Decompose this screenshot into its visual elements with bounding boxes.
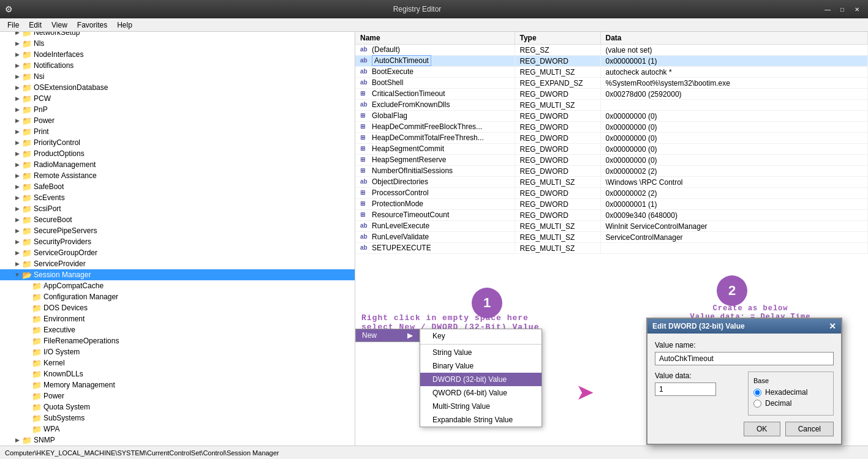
menu-file[interactable]: File <box>2 20 24 31</box>
table-row[interactable]: abObjectDirectoriesREG_MULTI_SZ\Windows … <box>355 177 868 188</box>
ctx-key[interactable]: Key <box>420 329 542 343</box>
sidebar-item[interactable]: ▶📁Notifications <box>0 60 355 71</box>
table-row[interactable]: ⊞HeapDeCommitTotalFreeThresh...REG_DWORD… <box>355 133 868 144</box>
value-name-input[interactable] <box>655 352 834 365</box>
table-row[interactable]: abBootShellREG_EXPAND_SZ%SystemRoot%\sys… <box>355 78 868 89</box>
sidebar-item[interactable]: 📁Environment <box>0 313 355 324</box>
sidebar-item[interactable]: ▶📁RadioManagement <box>0 159 355 170</box>
sidebar-item[interactable]: ▶📁Power <box>0 115 355 126</box>
table-row[interactable]: abRunLevelExecuteREG_MULTI_SZWinInit Ser… <box>355 221 868 232</box>
sidebar-item[interactable]: ▶📁NodeInterfaces <box>0 49 355 60</box>
tree-expander[interactable]: ▶ <box>12 95 22 102</box>
dec-radio[interactable] <box>753 400 761 408</box>
sidebar-item[interactable]: ▶📁SecurityProviders <box>0 236 355 247</box>
sidebar-item[interactable]: 📁Executive <box>0 324 355 335</box>
tree-expander[interactable]: ▶ <box>12 228 22 234</box>
table-row[interactable]: ⊞ResourceTimeoutCountREG_DWORD0x0009e340… <box>355 210 868 221</box>
sidebar-item[interactable]: 📁KnownDLLs <box>0 368 355 379</box>
sidebar-item[interactable]: ▶📁OSExtensionDatabase <box>0 82 355 93</box>
ctx-binary-value[interactable]: Binary Value <box>420 359 542 373</box>
tree-expander[interactable]: ▶ <box>12 206 22 212</box>
menu-view[interactable]: View <box>47 20 72 31</box>
table-row[interactable]: ⊞ProtectionModeREG_DWORD0x00000001 (1) <box>355 199 868 210</box>
table-row[interactable]: abBootExecuteREG_MULTI_SZautocheck autoc… <box>355 67 868 78</box>
sidebar-item[interactable]: ▼📂Session Manager <box>0 269 355 280</box>
tree-expander[interactable]: ▼ <box>12 272 22 278</box>
tree-expander[interactable]: ▶ <box>12 173 22 179</box>
tree-expander[interactable]: ▶ <box>12 195 22 201</box>
dec-radio-item[interactable]: Decimal <box>753 399 828 408</box>
tree-expander[interactable]: ▶ <box>12 239 22 245</box>
cancel-button[interactable]: Cancel <box>785 422 834 436</box>
tree-expander[interactable]: ▶ <box>12 40 22 47</box>
table-row[interactable]: abSETUPEXECUTEREG_MULTI_SZ <box>355 243 868 254</box>
table-row[interactable]: ⊞ProcessorControlREG_DWORD0x00000002 (2) <box>355 188 868 199</box>
dialog-close-button[interactable]: ✕ <box>829 321 836 331</box>
ctx-multistring-value[interactable]: Multi-String Value <box>420 400 542 413</box>
table-row[interactable]: ⊞HeapSegmentReserveREG_DWORD0x00000000 (… <box>355 155 868 166</box>
table-row[interactable]: abAutoChkTimeoutREG_DWORD0x00000001 (1) <box>355 56 868 67</box>
sidebar-item[interactable]: ▶📁NetworkSetup <box>0 32 355 38</box>
sidebar-item[interactable]: ▶📁Nls <box>0 38 355 49</box>
tree-expander[interactable]: ▶ <box>12 437 22 443</box>
sidebar-item[interactable]: ▶📁ServiceProvider <box>0 258 355 269</box>
minimize-button[interactable]: — <box>821 4 834 14</box>
tree-expander[interactable]: ▶ <box>12 217 22 223</box>
sidebar-item[interactable]: ▶📁SecureBoot <box>0 214 355 225</box>
sidebar-item[interactable]: ▶📁ScEvents <box>0 192 355 203</box>
sidebar-item[interactable]: 📁I/O System <box>0 346 355 357</box>
tree-expander[interactable]: ▶ <box>12 162 22 168</box>
sidebar-item[interactable]: ▶📁ScsiPort <box>0 203 355 214</box>
tree-expander[interactable]: ▶ <box>12 118 22 124</box>
ctx-qword-value[interactable]: QWORD (64-bit) Value <box>420 386 542 400</box>
menu-edit[interactable]: Edit <box>24 20 47 31</box>
sidebar-item[interactable]: ▶📁SNMP <box>0 435 355 446</box>
hex-radio-item[interactable]: Hexadecimal <box>753 388 828 397</box>
sidebar-item[interactable]: 📁AppCompatCache <box>0 280 355 291</box>
sidebar-item[interactable]: 📁WPA <box>0 424 355 435</box>
sidebar-item[interactable]: 📁Power <box>0 390 355 401</box>
sidebar-scroll[interactable]: ▶📁NetworkSetup▶📁Nls▶📁NodeInterfaces▶📁Not… <box>0 32 355 446</box>
close-button[interactable]: ✕ <box>851 4 863 14</box>
sidebar-item[interactable]: 📁Quota System <box>0 401 355 412</box>
tree-expander[interactable]: ▶ <box>12 151 22 157</box>
sidebar-item[interactable]: 📁Memory Management <box>0 379 355 390</box>
ok-button[interactable]: OK <box>744 422 780 436</box>
ctx-expandable-value[interactable]: Expandable String Value <box>420 413 542 427</box>
sidebar-item[interactable]: ▶📁Nsi <box>0 71 355 82</box>
table-row[interactable]: abExcludeFromKnownDllsREG_MULTI_SZ <box>355 100 868 111</box>
sidebar-item[interactable]: ▶📁PriorityControl <box>0 137 355 148</box>
tree-expander[interactable]: ▶ <box>12 62 22 69</box>
tree-expander[interactable]: ▶ <box>12 84 22 91</box>
tree-expander[interactable]: ▶ <box>12 129 22 135</box>
value-data-input[interactable] <box>655 382 716 396</box>
sidebar-item[interactable]: ▶📁ProductOptions <box>0 148 355 159</box>
sidebar-item[interactable]: ▶📁ServiceGroupOrder <box>0 247 355 258</box>
menu-help[interactable]: Help <box>112 20 137 31</box>
context-new-item[interactable]: New ▶ <box>355 329 420 342</box>
tree-expander[interactable]: ▶ <box>12 51 22 58</box>
table-row[interactable]: ab(Default)REG_SZ(value not set) <box>355 45 868 56</box>
sidebar-item[interactable]: ▶📁PnP <box>0 104 355 115</box>
sidebar-item[interactable]: 📁Kernel <box>0 357 355 368</box>
table-row[interactable]: ⊞CriticalSectionTimeoutREG_DWORD0x00278d… <box>355 89 868 100</box>
tree-expander[interactable]: ▶ <box>12 140 22 146</box>
menu-favorites[interactable]: Favorites <box>72 20 112 31</box>
sidebar-item[interactable]: 📁DOS Devices <box>0 302 355 313</box>
table-row[interactable]: ⊞HeapSegmentCommitREG_DWORD0x00000000 (0… <box>355 144 868 155</box>
tree-expander[interactable]: ▶ <box>12 261 22 267</box>
sidebar-item[interactable]: ▶📁SafeBoot <box>0 181 355 192</box>
tree-expander[interactable]: ▶ <box>12 106 22 113</box>
table-row[interactable]: abRunLevelValidateREG_MULTI_SZServiceCon… <box>355 232 868 243</box>
table-row[interactable]: ⊞NumberOfInitialSessionsREG_DWORD0x00000… <box>355 166 868 177</box>
sidebar-item[interactable]: ▶📁Print <box>0 126 355 137</box>
sidebar-item[interactable]: 📁FileRenameOperations <box>0 335 355 346</box>
sidebar-item[interactable]: 📁SubSystems <box>0 412 355 424</box>
sidebar-item[interactable]: ▶📁SecurePipeServers <box>0 225 355 236</box>
tree-expander[interactable]: ▶ <box>12 32 22 35</box>
table-row[interactable]: ⊞GlobalFlagREG_DWORD0x00000000 (0) <box>355 111 868 122</box>
tree-expander[interactable]: ▶ <box>12 184 22 190</box>
tree-expander[interactable]: ▶ <box>12 73 22 80</box>
tree-expander[interactable]: ▶ <box>12 250 22 256</box>
sidebar-item[interactable]: ▶📁Remote Assistance <box>0 170 355 181</box>
